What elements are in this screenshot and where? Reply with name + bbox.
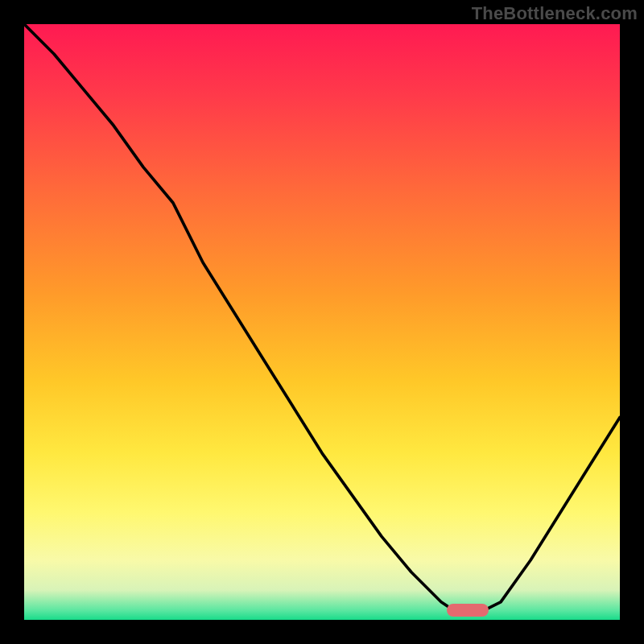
attribution-text: TheBottleneck.com <box>472 3 638 24</box>
chart-frame: TheBottleneck.com <box>0 0 644 644</box>
plot-area <box>24 24 620 620</box>
svg-rect-0 <box>24 24 620 620</box>
background-gradient <box>24 24 620 620</box>
